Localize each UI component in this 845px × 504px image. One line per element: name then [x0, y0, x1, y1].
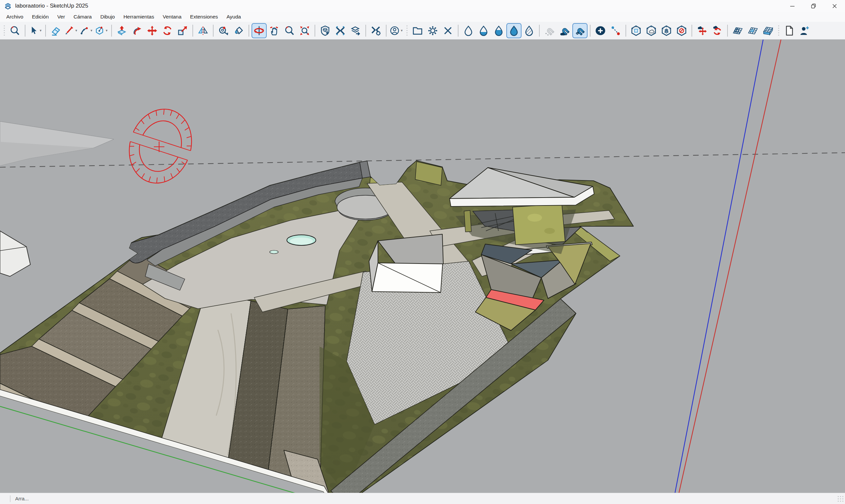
trimble-connect-button[interactable] — [333, 23, 348, 38]
droplet-mid-button[interactable] — [491, 23, 506, 38]
folder-button[interactable] — [410, 23, 425, 38]
new-document-icon — [784, 25, 795, 36]
droplet-full-button[interactable] — [506, 23, 522, 38]
menu-edicion[interactable]: Edición — [28, 12, 53, 22]
restore-button[interactable] — [803, 0, 824, 12]
menu-camara[interactable]: Cámara — [69, 12, 96, 22]
droplet-hatched-button[interactable] — [522, 23, 537, 38]
toolbar-separator — [590, 25, 591, 37]
pan-button[interactable] — [267, 23, 282, 38]
toolbar-separator — [192, 25, 193, 37]
title-bar: laboraatorio - SketchUp 2025 — [0, 0, 845, 12]
node-line-icon — [610, 25, 621, 36]
arc-2pt-button[interactable]: ▾ — [78, 23, 94, 38]
chevron-down-icon[interactable]: ▾ — [400, 29, 403, 33]
droplet-full-icon — [508, 25, 520, 36]
search-zoom-button[interactable] — [7, 23, 22, 38]
add-circle-button[interactable] — [593, 23, 608, 38]
sandbox-from-contours-button[interactable] — [730, 23, 745, 38]
new-document-button[interactable] — [781, 23, 797, 38]
sandbox-from-contours-icon — [732, 25, 743, 36]
resize-grip[interactable] — [837, 496, 844, 502]
component-sketchup-button[interactable] — [659, 23, 674, 38]
menu-archivo[interactable]: Archivo — [2, 12, 28, 22]
toolbar-separator — [727, 25, 728, 37]
trimble-connect-icon — [335, 25, 346, 36]
toolbar-grip[interactable] — [778, 25, 780, 37]
toolbar-grip[interactable] — [3, 25, 5, 37]
move-cloud-button[interactable] — [694, 23, 710, 38]
main-toolbar: ▾▾▾▾▾ — [0, 22, 845, 40]
sketchup-window: laboraatorio - SketchUp 2025 Archivo Edi… — [0, 0, 845, 504]
rotate-button[interactable] — [160, 23, 175, 38]
status-divider — [10, 496, 11, 502]
zoom-extents-icon — [299, 25, 310, 36]
chevron-down-icon[interactable]: ▾ — [105, 29, 108, 33]
warehouse-download-icon — [319, 25, 331, 36]
orbit-button[interactable] — [251, 23, 267, 38]
add-person-button[interactable] — [797, 23, 812, 38]
menu-herramientas[interactable]: Herramientas — [119, 12, 158, 22]
droplet-low-button[interactable] — [476, 23, 491, 38]
magnet-scan-button[interactable] — [573, 23, 587, 38]
paint-bucket-icon — [233, 25, 244, 36]
minimize-button[interactable] — [781, 0, 803, 12]
move-button[interactable] — [145, 23, 160, 38]
settings-gear-button[interactable] — [425, 23, 440, 38]
polygon-icon — [94, 25, 105, 36]
zoom-tool-button[interactable] — [282, 23, 297, 38]
chevron-down-icon[interactable]: ▾ — [90, 29, 93, 33]
menu-extensiones[interactable]: Extensiones — [186, 12, 222, 22]
sandbox-extrude-button[interactable] — [760, 23, 776, 38]
node-line-button[interactable] — [608, 23, 623, 38]
arc-2pt-icon — [79, 25, 89, 36]
droplet-empty-button[interactable] — [461, 23, 476, 38]
extension-settings-button[interactable] — [368, 23, 384, 38]
layers-export-icon — [350, 25, 361, 36]
chevron-down-icon[interactable]: ▾ — [75, 29, 78, 33]
eraser-button[interactable] — [48, 23, 64, 38]
menu-ventana[interactable]: Ventana — [158, 12, 186, 22]
polygon-button[interactable]: ▾ — [94, 23, 109, 38]
warehouse-download-button[interactable] — [318, 23, 333, 38]
magnet-cloud-button[interactable] — [557, 23, 573, 38]
menu-dibujo[interactable]: Dibujo — [96, 12, 119, 22]
toolbar-separator — [458, 25, 458, 37]
close-x-button[interactable] — [440, 23, 456, 38]
menu-ayuda[interactable]: Ayuda — [222, 12, 245, 22]
grass-wall — [513, 204, 565, 245]
close-x-icon — [442, 25, 454, 36]
component-blocked-icon — [676, 25, 687, 36]
component-cloud-button[interactable] — [644, 23, 659, 38]
account-button[interactable]: ▾ — [389, 23, 404, 38]
layers-export-button[interactable] — [348, 23, 363, 38]
tape-measure-button[interactable] — [216, 23, 231, 38]
sync-cloud-button[interactable] — [710, 23, 725, 38]
push-pull-button[interactable] — [114, 23, 129, 38]
follow-me-button[interactable] — [129, 23, 145, 38]
pan-icon — [269, 25, 280, 36]
search-zoom-icon — [9, 25, 20, 36]
sandbox-smoove-button[interactable] — [745, 23, 760, 38]
flip-button[interactable] — [195, 23, 211, 38]
component-square-icon — [631, 25, 642, 36]
toolbar-separator — [315, 25, 315, 37]
select-button[interactable]: ▾ — [28, 23, 43, 38]
model-viewport[interactable] — [0, 40, 845, 493]
chevron-down-icon[interactable]: ▾ — [39, 29, 42, 33]
toolbar-separator — [111, 25, 112, 37]
pencil-button[interactable]: ▾ — [64, 23, 78, 38]
close-button[interactable] — [824, 0, 845, 12]
component-square-button[interactable] — [629, 23, 644, 38]
toolbar-separator — [386, 25, 387, 37]
paint-bucket-button[interactable] — [231, 23, 246, 38]
toolbar-grip[interactable] — [406, 25, 408, 37]
scale-button[interactable] — [175, 23, 190, 38]
zoom-extents-button[interactable] — [297, 23, 312, 38]
component-blocked-button[interactable] — [674, 23, 689, 38]
menu-ver[interactable]: Ver — [53, 12, 69, 22]
eraser-icon — [50, 25, 61, 36]
account-icon — [389, 25, 400, 36]
toolbar-separator — [25, 25, 25, 37]
magnet-off-button[interactable] — [542, 23, 557, 38]
